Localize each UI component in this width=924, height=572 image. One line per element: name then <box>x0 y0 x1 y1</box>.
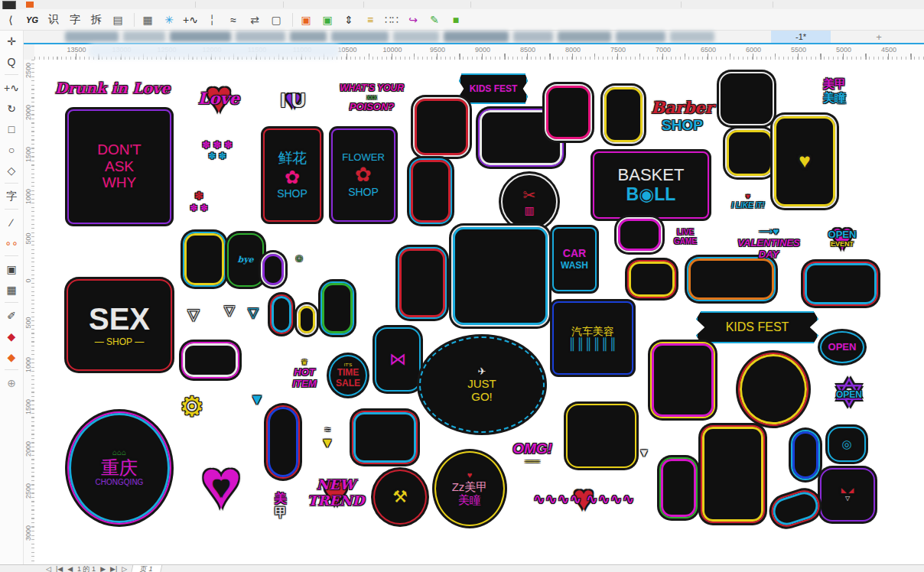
ellipse-tool[interactable]: ○ <box>0 139 23 160</box>
rose-sprig-left[interactable]: ✽✽ ✽ <box>173 180 225 223</box>
eyedropper-tool[interactable]: ✐ <box>0 305 23 326</box>
add-page-right-button[interactable]: ▷ <box>122 565 127 572</box>
connector-tool[interactable]: ∘∘ <box>0 232 23 253</box>
dimension-tool[interactable]: ∕ <box>0 212 23 232</box>
bye-coffee-cup[interactable]: bye <box>227 233 264 287</box>
text-tool[interactable]: 字 <box>0 186 23 206</box>
h-spacing-icon[interactable]: ⇄ <box>246 11 264 28</box>
zoom-fit-tool[interactable]: ⊕ <box>0 372 23 393</box>
ice-cream-trio[interactable] <box>181 342 239 379</box>
grumpy-cat[interactable] <box>725 128 774 177</box>
nail-sign-small[interactable]: 美甲 <box>263 485 298 526</box>
gear-wrench[interactable]: ⚙ <box>158 380 226 434</box>
french-bulldog[interactable] <box>719 72 774 125</box>
zoom-tool[interactable]: Q <box>0 51 23 72</box>
mickey-mouse[interactable] <box>451 226 549 327</box>
nail-lash-sign[interactable]: 美甲美瞳 <box>798 74 871 108</box>
skateboard[interactable] <box>266 405 300 479</box>
freehand-tool[interactable]: +∿ <box>0 77 23 98</box>
marquee-icon[interactable]: ▢ <box>267 11 285 28</box>
active-document-tab[interactable]: -1* <box>771 31 831 43</box>
recognize-tool[interactable]: 识 <box>44 11 63 28</box>
swirl-icon[interactable]: ↪ <box>404 11 422 28</box>
spiral-heart[interactable]: ♥♥ <box>178 447 264 527</box>
rose-sprig-row[interactable]: ✽ ✽ ✽✽ ✽ <box>174 130 260 171</box>
koi-fish[interactable] <box>566 404 636 468</box>
list-icon[interactable]: ≡ <box>361 11 379 28</box>
soft-serve-cone[interactable]: ≈▼ <box>312 413 343 462</box>
live-game-label[interactable]: LIVEGAME <box>667 225 704 249</box>
add-page-left-button[interactable]: ◁ <box>46 565 51 572</box>
just-go-badge[interactable]: ✈JUSTGO! <box>419 336 545 433</box>
new-document-button[interactable]: + <box>869 31 889 43</box>
transparency-tool[interactable]: ▦ <box>0 279 23 300</box>
interactive-fill-tool[interactable]: ◆ <box>0 326 23 346</box>
helmet[interactable] <box>352 411 418 464</box>
bunny-tilted[interactable] <box>545 84 592 141</box>
bubble-tea[interactable] <box>297 304 317 335</box>
drifting-car[interactable] <box>803 262 878 306</box>
doraemon[interactable] <box>398 247 447 319</box>
cola-glass[interactable] <box>261 252 285 287</box>
color-swap-icon[interactable]: ▣ <box>297 11 315 28</box>
add-curve-icon[interactable]: +∿ <box>181 11 200 28</box>
drunk-in-love[interactable]: Drunk in Love <box>65 73 160 102</box>
bezier-tool[interactable]: ⟨ <box>2 11 20 28</box>
open-star-sign[interactable]: ✡OPEN <box>820 369 878 420</box>
open-event-badge[interactable]: ♥OPENEVENT <box>813 219 871 258</box>
chongqing-badge[interactable]: ⌂⌂⌂重庆CHONGQING <box>67 411 171 525</box>
dot-grid-icon[interactable]: ∷∷ <box>382 11 401 28</box>
split-tool[interactable]: 拆 <box>87 11 106 28</box>
kids-fest-banner-small[interactable]: KIDS FEST <box>459 73 528 104</box>
time-sale-bomb[interactable]: IT'STIMESALE <box>329 355 367 396</box>
i-like-it-sign[interactable]: ♥I LIKE IT! <box>725 189 771 213</box>
highball-drink[interactable] <box>270 294 293 334</box>
camera[interactable]: ◎ <box>828 427 866 462</box>
basketball-sign[interactable]: BASKETB◉LL <box>593 151 709 219</box>
prev-page-button[interactable]: ◀ <box>67 565 73 572</box>
fresh-flower-shop-sign[interactable]: 鲜花✿SHOP <box>263 128 321 222</box>
table-icon[interactable]: ▦ <box>138 11 157 28</box>
artistic-media-tool[interactable]: ↻ <box>0 98 23 119</box>
love-heart[interactable]: ♥Love <box>184 73 254 124</box>
mojito-glass[interactable] <box>320 281 354 335</box>
vertical-ruler[interactable]: 2500200015001000500050010001500200025003… <box>23 60 35 564</box>
wrench-badge[interactable]: ⚒ <box>373 470 427 525</box>
martini-glass[interactable]: ▽ <box>177 300 210 330</box>
node-align-icon[interactable]: ╎ <box>203 11 221 28</box>
new-trend-sign[interactable]: ♥NEWTREND <box>301 468 370 517</box>
last-page-button[interactable]: ▶| <box>110 565 117 572</box>
pikachu-badge[interactable] <box>738 353 808 426</box>
plugin-icon[interactable]: ■ <box>447 11 465 28</box>
wealth-god[interactable] <box>701 425 765 523</box>
char-tool[interactable]: 字 <box>66 11 84 28</box>
car-beauty-sign[interactable]: 汽车美容║║║║║║ <box>552 301 633 375</box>
whats-your-poison[interactable]: WHAT'S YOURxxxPOISON? <box>337 73 407 123</box>
paste-icon[interactable]: ▤ <box>109 11 127 28</box>
juice-glass[interactable]: ▽ <box>218 294 241 329</box>
cactus-pot[interactable] <box>659 457 698 518</box>
polygon-tool[interactable]: ◇ <box>0 160 23 180</box>
pattern-icon[interactable]: ✳ <box>160 11 178 28</box>
ruler-origin-box[interactable] <box>23 44 35 60</box>
drawing-canvas[interactable]: Drunk in Love♥Love♥I UWHAT'S YOURxxxPOIS… <box>34 60 924 564</box>
flower-shop-sign[interactable]: FLOWER✿SHOP <box>331 128 395 222</box>
basket-hoop[interactable] <box>617 217 662 252</box>
double-line-icon[interactable]: ≈ <box>224 11 242 28</box>
crop-tool[interactable]: ✛ <box>0 31 23 51</box>
rooster[interactable] <box>409 158 452 224</box>
black-maneki-cat[interactable]: ♥ <box>773 115 837 208</box>
martini-glass-cyan[interactable]: ▽ <box>241 298 265 329</box>
barber-pole-badge[interactable]: ✂▥ <box>501 174 558 230</box>
heartbeat-heart[interactable]: ♥∿∿∿∿ ∿∿∿∿ <box>511 474 656 525</box>
page-tab[interactable]: 页 1 <box>131 565 162 572</box>
maneki-neko-cat[interactable] <box>413 97 470 157</box>
contour-tool[interactable]: ▣ <box>0 258 23 279</box>
delivery-scooter[interactable] <box>627 260 676 298</box>
text-height-icon[interactable]: ⇕ <box>340 11 358 28</box>
chopper-motorcycle[interactable] <box>687 257 776 301</box>
popsicle[interactable] <box>791 430 820 480</box>
gift-box[interactable]: ⋈ <box>375 327 421 392</box>
i-love-u[interactable]: ♥I U <box>259 81 327 119</box>
pen-icon[interactable]: ✎ <box>425 11 444 28</box>
